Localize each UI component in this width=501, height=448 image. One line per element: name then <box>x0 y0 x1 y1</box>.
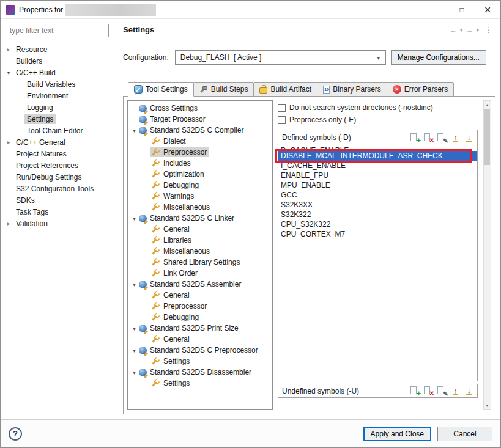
sidebar-item[interactable]: Task Tags <box>1 206 114 218</box>
tool-tree-item[interactable]: Optimization <box>128 169 272 180</box>
tool-tree-item[interactable]: Standard S32DS C Preprocessor <box>128 345 272 356</box>
tree-expander[interactable] <box>4 46 13 53</box>
defined-symbol-item[interactable]: S32K3XX <box>278 200 477 210</box>
tree-expander[interactable] <box>4 69 13 76</box>
tool-tree-item[interactable]: General <box>128 290 272 301</box>
tool-tree-item[interactable]: Target Processor <box>128 114 272 125</box>
sidebar-item[interactable]: C/C++ Build <box>1 67 114 78</box>
defined-symbol-item[interactable]: I_CACHE_ENABLE <box>278 161 477 171</box>
sidebar-item[interactable]: Run/Debug Settings <box>1 171 114 183</box>
tree-expander[interactable] <box>130 281 138 288</box>
defined-symbol-item[interactable]: CPU_S32K322 <box>278 219 477 229</box>
tool-tree-item[interactable]: Shared Library Settings <box>128 257 272 268</box>
tab-tool-settings[interactable]: Tool Settings <box>128 82 194 97</box>
move-down-button[interactable]: ↓ <box>463 133 475 143</box>
delete-symbol-button[interactable]: ✕ <box>423 386 434 396</box>
preprocess-only-checkbox[interactable] <box>278 116 286 124</box>
vertical-scrollbar[interactable]: ▲ ▼ <box>483 100 491 410</box>
sidebar-item[interactable]: SDKs <box>1 194 114 206</box>
tool-settings-panel: Cross Settings Target Processor <box>123 96 495 414</box>
defined-symbol-item[interactable]: S32K322 <box>278 210 477 219</box>
scrollbar-thumb[interactable] <box>484 109 490 165</box>
scroll-down-icon[interactable]: ▼ <box>484 402 491 409</box>
tree-expander[interactable] <box>4 139 13 145</box>
tab-build-artifact[interactable]: Build Artifact <box>253 82 317 97</box>
back-dropdown-icon[interactable]: ▾ <box>459 27 464 33</box>
sidebar-item[interactable]: Builders <box>1 55 114 67</box>
sidebar-item[interactable]: Environment <box>1 90 114 101</box>
tool-tree-item[interactable]: General <box>128 334 272 345</box>
filter-input[interactable] <box>6 24 109 37</box>
defined-symbol-item[interactable]: GCC <box>278 190 477 200</box>
tool-tree-item[interactable]: Link Order <box>128 268 272 279</box>
tool-tree-item[interactable]: Warnings <box>128 191 272 202</box>
tool-tree-item[interactable]: Dialect <box>128 136 272 147</box>
cancel-button[interactable]: Cancel <box>437 427 492 441</box>
configuration-value: Debug_FLASH [ Active ] <box>180 53 373 62</box>
tree-expander[interactable] <box>130 127 138 134</box>
tool-tree-item[interactable]: Standard S32DS Disassembler <box>128 367 272 378</box>
apply-and-close-button[interactable]: Apply and Close <box>363 427 431 441</box>
move-up-button[interactable]: ↑ <box>450 133 461 143</box>
defined-symbol-item[interactable]: ENABLE_FPU <box>278 171 477 180</box>
defined-symbol-item[interactable]: DISABLE_MCAL_INTERMODULE_ASR_CHECK <box>278 151 477 161</box>
sidebar-item[interactable]: Settings <box>1 113 114 125</box>
tool-tree-item[interactable]: General <box>128 224 272 235</box>
tree-expander[interactable] <box>4 220 13 227</box>
tab-error-parsers[interactable]: Error Parsers <box>387 82 454 97</box>
move-down-button[interactable]: ↓ <box>463 386 475 396</box>
add-symbol-button[interactable]: + <box>409 133 421 143</box>
tree-expander[interactable] <box>130 325 138 332</box>
scroll-up-icon[interactable]: ▲ <box>484 101 491 109</box>
sidebar-item[interactable]: Validation <box>1 218 114 229</box>
sidebar-item[interactable]: C/C++ General <box>1 136 114 148</box>
manage-configurations-button[interactable]: Manage Configurations... <box>391 50 486 65</box>
tool-tree-item[interactable]: Standard S32DS Assembler <box>128 279 272 290</box>
defined-symbol-item[interactable]: CPU_CORTEX_M7 <box>278 229 477 239</box>
tool-tree-item[interactable]: Includes <box>128 158 272 169</box>
tool-tree-item[interactable]: Settings <box>128 378 272 389</box>
tool-tree-item[interactable]: Standard S32DS C Linker <box>128 213 272 224</box>
forward-dropdown-icon[interactable]: ▾ <box>475 27 480 33</box>
tree-expander[interactable] <box>130 347 138 354</box>
sidebar-item[interactable]: Logging <box>1 101 114 113</box>
tool-icon <box>139 347 147 354</box>
tool-tree-item[interactable]: Miscellaneous <box>128 246 272 257</box>
sidebar-item[interactable]: Project References <box>1 160 114 171</box>
tool-tree-item[interactable]: Libraries <box>128 235 272 246</box>
tool-tree-item[interactable]: Standard S32DS Print Size <box>128 323 272 334</box>
edit-symbol-button[interactable]: ✎ <box>436 133 448 143</box>
sidebar-item[interactable]: S32 Configuration Tools <box>1 183 114 194</box>
tab-build-steps[interactable]: Build Steps <box>193 82 254 97</box>
configuration-select[interactable]: Debug_FLASH [ Active ] ▾ <box>175 50 386 65</box>
tool-tree-item[interactable]: Cross Settings <box>128 103 272 114</box>
tree-expander[interactable] <box>130 369 138 376</box>
sidebar-item[interactable]: Project Natures <box>1 148 114 160</box>
sidebar-item[interactable]: Tool Chain Editor <box>1 125 114 136</box>
tool-tree-item[interactable]: Miscellaneous <box>128 202 272 213</box>
sidebar-item[interactable]: Resource <box>1 43 114 55</box>
nostdinc-checkbox[interactable] <box>278 104 286 112</box>
tool-tree-item[interactable]: Preprocessor <box>128 301 272 312</box>
help-button[interactable]: ? <box>9 427 22 441</box>
delete-symbol-button[interactable]: ✕ <box>423 133 434 143</box>
defined-symbol-item[interactable]: MPU_ENABLE <box>278 180 477 190</box>
tab-binary-parsers[interactable]: Binary Parsers <box>317 82 387 97</box>
close-button[interactable]: ✕ <box>475 1 500 18</box>
tree-expander[interactable] <box>130 215 138 222</box>
back-icon[interactable]: ← <box>448 26 459 34</box>
tool-tree-item[interactable]: Settings <box>128 356 272 367</box>
tool-tree-item[interactable]: Preprocessor <box>128 147 272 158</box>
tool-tree-item[interactable]: Debugging <box>128 180 272 191</box>
sidebar-item[interactable]: Build Variables <box>1 78 114 90</box>
tool-tree-item[interactable]: Standard S32DS C Compiler <box>128 125 272 136</box>
tool-tree-item[interactable]: Debugging <box>128 312 272 323</box>
maximize-button[interactable]: □ <box>449 1 475 18</box>
add-symbol-button[interactable]: + <box>409 386 421 396</box>
view-menu-icon[interactable]: ⋮ <box>480 26 494 34</box>
forward-icon[interactable]: → <box>464 26 475 34</box>
minimize-button[interactable]: ─ <box>423 1 449 18</box>
defined-symbol-item[interactable]: D_CACHE_ENABLE <box>278 145 477 151</box>
edit-symbol-button[interactable]: ✎ <box>436 386 448 396</box>
move-up-button[interactable]: ↑ <box>450 386 461 396</box>
